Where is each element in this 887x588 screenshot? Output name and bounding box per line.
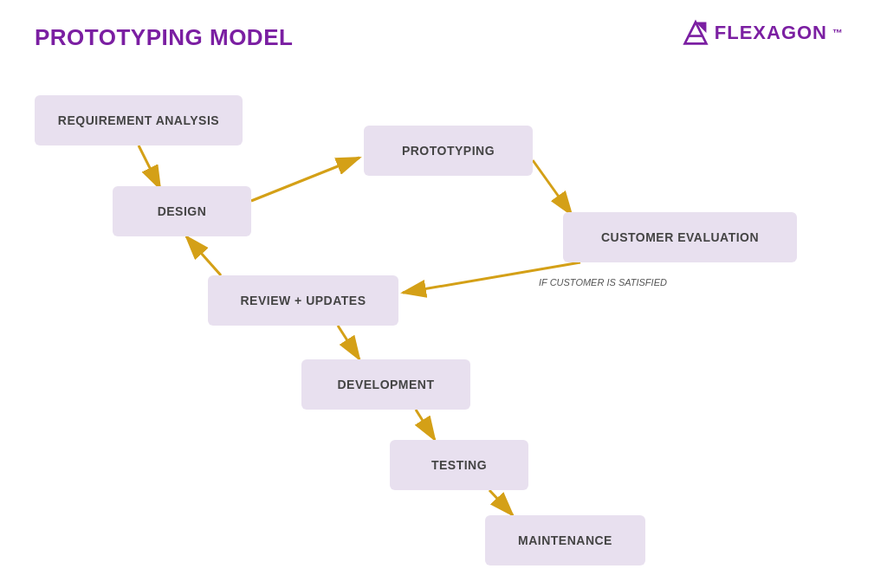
box-testing: TESTING <box>390 440 528 490</box>
page-title: PROTOTYPING MODEL <box>35 24 293 51</box>
svg-line-6 <box>533 160 572 215</box>
svg-line-10 <box>416 410 435 440</box>
svg-line-8 <box>186 236 221 275</box>
logo: FLEXAGON™ <box>682 19 844 47</box>
svg-line-7 <box>403 262 580 293</box>
svg-text:IF CUSTOMER IS SATISFIED: IF CUSTOMER IS SATISFIED <box>539 277 667 288</box>
svg-line-9 <box>338 326 359 359</box>
box-review-updates: REVIEW + UPDATES <box>208 275 398 326</box>
svg-line-5 <box>251 158 359 201</box>
box-prototyping: PROTOTYPING <box>364 126 533 176</box>
logo-text: FLEXAGON <box>715 22 827 44</box>
box-requirement-analysis: REQUIREMENT ANALYSIS <box>35 95 243 145</box>
svg-line-4 <box>139 145 160 189</box>
box-customer-evaluation: CUSTOMER EVALUATION <box>563 212 797 262</box>
svg-line-11 <box>489 490 513 515</box>
flexagon-logo-icon <box>682 19 709 47</box>
box-maintenance: MAINTENANCE <box>485 515 645 565</box>
box-design: DESIGN <box>113 186 251 236</box>
diagram-arrows: IF CUSTOMER IS SATISFIED <box>0 0 887 588</box>
logo-trademark: ™ <box>832 27 844 39</box>
box-development: DEVELOPMENT <box>301 359 470 410</box>
